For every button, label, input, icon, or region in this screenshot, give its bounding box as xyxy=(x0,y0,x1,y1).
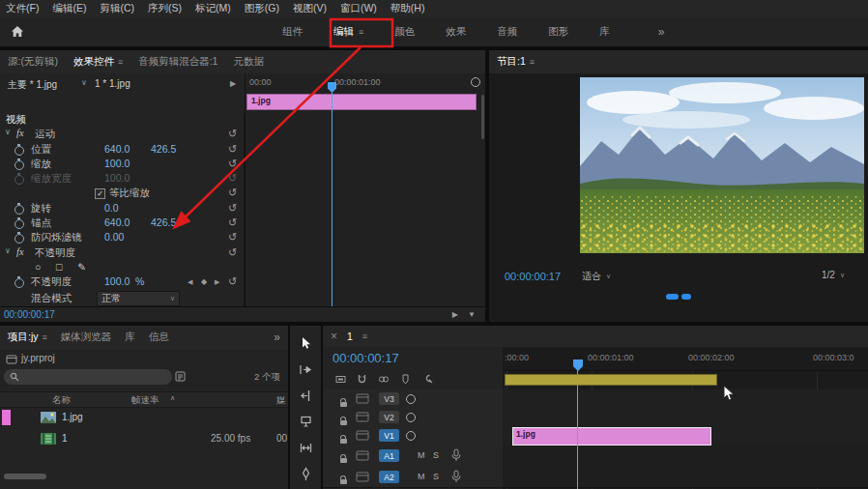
playhead-line[interactable] xyxy=(577,360,578,489)
stopwatch-icon[interactable] xyxy=(14,160,24,170)
reset-icon[interactable]: ↺ xyxy=(228,128,237,140)
project-item-row[interactable]: 1 25.00 fps 00 xyxy=(0,429,288,449)
row-anchor[interactable]: 锚点 640.0 426.5 ↺ xyxy=(0,216,244,231)
mini-clip-bar[interactable]: 1.jpg xyxy=(246,94,477,110)
source-patch-icon[interactable] xyxy=(356,472,369,482)
panel-options-icon[interactable] xyxy=(471,77,480,87)
time-ruler[interactable]: :00:00 00:00:01:00 00:00:02:00 00:00:03:… xyxy=(503,347,868,371)
timeline-timecode[interactable]: 00:00:00:17 xyxy=(333,351,399,365)
zoom-handle-right[interactable] xyxy=(681,294,691,300)
expand-caret-icon[interactable]: ∨ xyxy=(5,128,11,136)
track-badge-v3[interactable]: V3 xyxy=(379,392,399,405)
video-preview-frame[interactable] xyxy=(580,77,864,253)
reset-icon[interactable]: ↺ xyxy=(228,246,237,259)
reset-icon[interactable]: ↺ xyxy=(228,187,237,199)
menu-markers[interactable]: 标记(M) xyxy=(195,2,231,15)
track-header-a2[interactable]: A2 M S xyxy=(323,466,503,488)
lock-icon[interactable] xyxy=(340,479,347,484)
stopwatch-icon[interactable] xyxy=(14,146,24,156)
menu-graphics[interactable]: 图形(G) xyxy=(245,2,279,15)
item-name[interactable]: 1 xyxy=(62,433,68,444)
zoom-level-dropdown[interactable]: 适合 ∨ xyxy=(582,270,611,283)
position-y-value[interactable]: 426.5 xyxy=(151,143,176,155)
prev-keyframe-icon[interactable]: ◀ xyxy=(188,278,192,286)
horizontal-scrollbar[interactable] xyxy=(4,474,46,479)
reset-icon[interactable]: ↺ xyxy=(228,231,237,244)
motion-label[interactable]: 运动 xyxy=(35,128,55,141)
workspace-tab-effects[interactable]: 效果 xyxy=(446,25,466,39)
slip-tool-icon[interactable] xyxy=(293,438,318,457)
column-name[interactable]: 名称 xyxy=(52,394,71,407)
render-bar[interactable] xyxy=(505,374,717,386)
add-keyframe-icon[interactable]: ◆ xyxy=(201,277,207,286)
project-file-name[interactable]: jy.prproj xyxy=(21,353,55,363)
source-patch-icon[interactable] xyxy=(356,393,369,404)
selection-tool-icon[interactable] xyxy=(293,333,318,353)
column-fps[interactable]: 帧速率 xyxy=(131,394,159,407)
antiflicker-value[interactable]: 0.00 xyxy=(104,231,124,243)
master-clip-caret-icon[interactable]: ∨ xyxy=(81,78,87,87)
pen-mask-icon[interactable]: ✎ xyxy=(77,261,86,273)
scale-value[interactable]: 100.0 xyxy=(104,158,130,169)
rotation-value[interactable]: 0.0 xyxy=(104,202,119,214)
timeline-canvas[interactable]: :00:00 00:00:01:00 00:00:02:00 00:00:03:… xyxy=(503,347,868,489)
tab-program-monitor[interactable]: 节目:1 ≡ xyxy=(497,55,535,69)
row-uniform-scale[interactable]: ✓ 等比缩放 ↺ xyxy=(0,187,244,201)
add-marker-icon[interactable] xyxy=(399,373,412,386)
effect-mini-timeline[interactable]: 00:00 00:00:01:00 1.jpg xyxy=(245,73,485,307)
row-opacity-group[interactable]: ∨ fx 不透明度 ↺ xyxy=(0,246,244,261)
timeline-settings-icon[interactable] xyxy=(420,373,433,386)
track-select-tool-icon[interactable] xyxy=(293,360,318,379)
row-motion[interactable]: ∨ fx 运动 ↺ xyxy=(0,128,244,142)
reset-icon[interactable]: ↺ xyxy=(228,216,237,229)
tab-audio-clip-mixer[interactable]: 音频剪辑混合器:1 xyxy=(138,55,217,69)
source-patch-icon[interactable] xyxy=(356,430,369,441)
tab-source-monitor[interactable]: 源:(无剪辑) xyxy=(8,55,58,69)
source-patch-icon[interactable] xyxy=(356,412,369,422)
tab-libraries[interactable]: 库 xyxy=(125,331,135,344)
track-header-v3[interactable]: V3 xyxy=(323,389,503,409)
panel-menu-icon[interactable]: ≡ xyxy=(118,57,123,67)
tab-project[interactable]: 项目:jy ≡ xyxy=(8,331,47,344)
ripple-edit-tool-icon[interactable] xyxy=(293,386,318,405)
opacity-value[interactable]: 100.0 xyxy=(104,275,130,287)
track-lane-v2[interactable] xyxy=(503,408,868,427)
panel-menu-icon[interactable]: ≡ xyxy=(362,331,367,341)
menu-clip[interactable]: 剪辑(C) xyxy=(100,2,134,15)
label-color-chip[interactable] xyxy=(2,410,11,425)
mute-button[interactable]: M xyxy=(418,472,425,481)
position-x-value[interactable]: 640.0 xyxy=(104,143,130,155)
stopwatch-icon[interactable] xyxy=(14,278,24,288)
razor-tool-icon[interactable] xyxy=(293,412,318,431)
track-badge-a2[interactable]: A2 xyxy=(379,471,399,483)
header-chevron-icon[interactable]: ▶ xyxy=(230,79,236,88)
monitor-zoom-scrollbar[interactable] xyxy=(489,294,868,300)
column-media[interactable]: 媒 xyxy=(276,394,286,407)
linked-selection-icon[interactable] xyxy=(377,373,391,386)
workspace-tab-editing[interactable]: 编辑 ≡ xyxy=(333,25,363,39)
workspace-overflow-icon[interactable]: » xyxy=(658,25,665,39)
lock-icon[interactable] xyxy=(340,458,347,463)
sort-caret-icon[interactable]: ∧ xyxy=(170,394,175,402)
program-timecode[interactable]: 00:00:00:17 xyxy=(505,271,561,282)
scrollbar[interactable] xyxy=(481,95,484,139)
master-clip-label[interactable]: 主要 * 1.jpg xyxy=(8,78,57,92)
home-icon[interactable] xyxy=(10,24,25,39)
row-scale[interactable]: 缩放 100.0 ↺ xyxy=(0,158,244,172)
menu-edit[interactable]: 编辑(E) xyxy=(52,2,86,15)
mute-button[interactable]: M xyxy=(418,450,425,460)
menu-sequence[interactable]: 序列(S) xyxy=(148,2,182,15)
reset-icon[interactable]: ↺ xyxy=(228,202,237,215)
stopwatch-icon[interactable] xyxy=(14,234,24,244)
anchor-y-value[interactable]: 426.5 xyxy=(151,216,176,228)
track-header-v2[interactable]: V2 xyxy=(323,408,503,427)
track-header-a1[interactable]: A1 M S xyxy=(323,445,503,467)
workspace-tab-libraries[interactable]: 库 xyxy=(599,25,610,39)
solo-button[interactable]: S xyxy=(433,450,439,460)
reset-icon[interactable]: ↺ xyxy=(228,158,237,170)
lock-icon[interactable] xyxy=(340,439,347,444)
menu-view[interactable]: 视图(V) xyxy=(293,2,327,15)
playback-resolution-dropdown[interactable]: 1/2 ∨ xyxy=(822,270,845,280)
workspace-tab-graphics[interactable]: 图形 xyxy=(548,25,568,39)
voiceover-record-icon[interactable] xyxy=(450,470,462,483)
